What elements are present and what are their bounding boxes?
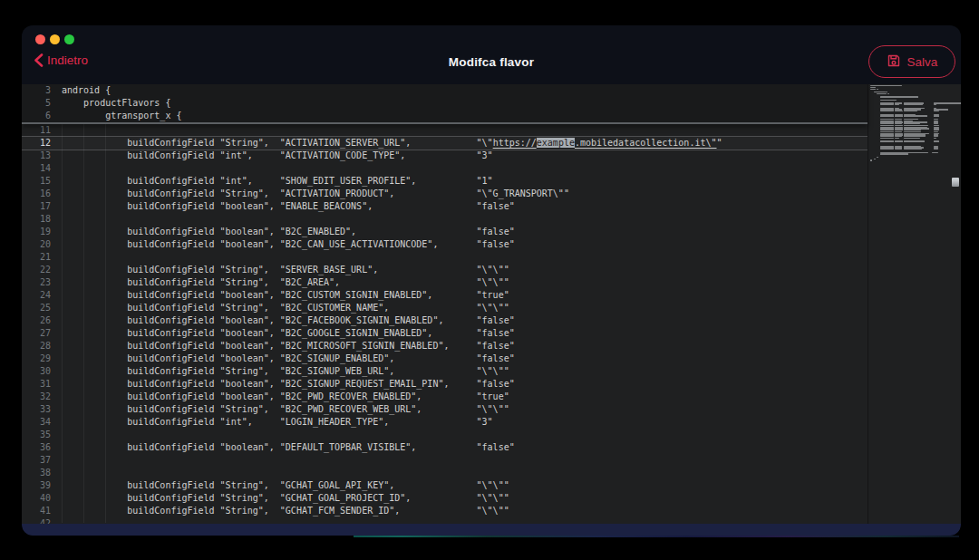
code-line[interactable]: 34 buildConfigField "int", "LOGIN_HEADER… [22,416,868,429]
minimap[interactable] [868,84,951,524]
code-text: buildConfigField "String", "ACTIVATION_S… [62,137,722,150]
code-line[interactable]: 23 buildConfigField "String", "B2C_AREA"… [22,276,868,289]
line-number: 39 [22,479,51,492]
code-line[interactable]: 37 [22,454,868,467]
code-line[interactable]: 26 buildConfigField "boolean", "B2C_FACE… [22,314,868,327]
url-link[interactable]: https:// [493,138,537,148]
code-line[interactable]: 5 productFlavors { [22,97,868,110]
code-line[interactable]: 24 buildConfigField "boolean", "B2C_CUST… [22,289,868,302]
code-line[interactable]: 32 buildConfigField "boolean", "B2C_PWD_… [22,391,868,403]
minimap-line [895,131,902,132]
code-text: buildConfigField "boolean", "B2C_GOOGLE_… [62,327,515,340]
sticky-scope-header[interactable]: 3android {5 productFlavors {6 gtransport… [22,84,868,124]
code-text: buildConfigField "String", "ACTIVATION_P… [62,188,569,200]
code-line[interactable]: 16 buildConfigField "String", "ACTIVATIO… [22,188,868,200]
code-line[interactable]: 12 buildConfigField "String", "ACTIVATIO… [22,137,868,150]
url-link[interactable]: example [537,138,575,148]
minimize-window-button[interactable] [50,34,60,44]
code-line[interactable]: 14 [22,162,868,175]
line-number: 3 [22,84,51,97]
minimap-line [895,119,902,120]
code-text: buildConfigField "boolean", "B2C_SIGNUP_… [62,378,515,391]
code-line[interactable]: 40 buildConfigField "String", "GCHAT_GOA… [22,492,868,505]
line-number: 26 [22,314,51,327]
floppy-disk-icon [887,53,901,71]
code-line[interactable]: 41 buildConfigField "String", "GCHAT_FCM… [22,505,868,517]
code-line[interactable]: 31 buildConfigField "boolean", "B2C_SIGN… [22,378,868,391]
line-number: 38 [22,467,51,479]
code-line[interactable]: 20 buildConfigField "boolean", "B2C_CAN_… [22,238,868,251]
code-line[interactable]: 11 [22,124,868,137]
window-bottom-bar [22,524,961,536]
code-line[interactable]: 21 [22,251,868,264]
code-text: buildConfigField "String", "B2C_CUSTOMER… [62,302,509,314]
minimap-line [870,89,876,90]
code-line[interactable]: 33 buildConfigField "String", "B2C_PWD_R… [22,403,868,416]
minimap-line [880,149,894,150]
minimap-line [880,153,908,154]
vertical-scrollbar[interactable] [951,84,961,524]
minimap-line [880,140,894,141]
line-number: 19 [22,226,51,238]
code-text: buildConfigField "String", "GCHAT_GOAL_A… [62,479,509,492]
code-text: buildConfigField "boolean", "B2C_CAN_USE… [62,238,515,251]
code-line[interactable]: 29 buildConfigField "boolean", "B2C_SIGN… [22,352,868,365]
code-line[interactable]: 28 buildConfigField "boolean", "B2C_MICR… [22,340,868,352]
code-line[interactable]: 27 buildConfigField "boolean", "B2C_GOOG… [22,327,868,340]
minimap-line [887,93,889,94]
line-number: 40 [22,492,51,505]
code-line[interactable]: 42 [22,517,868,524]
code-line[interactable]: 39 buildConfigField "String", "GCHAT_GOA… [22,479,868,492]
minimap-line [904,149,922,150]
code-line[interactable]: 13 buildConfigField "int", "ACTIVATION_C… [22,150,868,162]
code-text: buildConfigField "String", "B2C_AREA", "… [62,276,509,289]
code-line[interactable]: 15 buildConfigField "int", "SHOW_EDIT_US… [22,175,868,188]
line-number: 25 [22,302,51,314]
code-line[interactable]: 38 [22,467,868,479]
save-button[interactable]: Salva [868,45,955,78]
line-number: 22 [22,264,51,276]
line-number: 33 [22,403,51,416]
code-line[interactable]: 6 gtransport_x { [22,110,868,122]
minimap-line [934,140,939,141]
code-line[interactable]: 30 buildConfigField "String", "B2C_SIGNU… [22,365,868,378]
minimap-line [904,111,918,111]
minimap-line [870,87,876,88]
code-editor[interactable]: 1112 buildConfigField "String", "ACTIVAT… [22,84,961,524]
code-line[interactable]: 3android { [22,84,868,97]
url-link[interactable]: .mobiledatacollection.it\" [575,138,717,148]
minimap-line [874,159,876,159]
minimap-line [904,125,929,126]
minimap-line [895,149,902,150]
scrollbar-thumb[interactable] [952,178,959,187]
code-line[interactable]: 19 buildConfigField "boolean", "B2C_ENAB… [22,226,868,238]
save-button-label: Salva [907,55,938,69]
code-text: buildConfigField "int", "ACTIVATION_CODE… [62,150,493,162]
code-text: buildConfigField "boolean", "B2C_PWD_REC… [62,391,509,403]
minimap-line [934,119,939,120]
line-number: 27 [22,327,51,340]
minimap-line [904,140,925,141]
code-line[interactable]: 25 buildConfigField "String", "B2C_CUSTO… [22,302,868,314]
code-line[interactable]: 22 buildConfigField "String", "SERVER_BA… [22,264,868,276]
page-title: Modifca flavor [22,55,961,69]
minimap-line [934,111,939,111]
code-line[interactable]: 17 buildConfigField "boolean", "ENABLE_B… [22,200,868,213]
line-number: 12 [22,137,51,150]
code-text: buildConfigField "boolean", "B2C_FACEBOO… [62,314,515,327]
line-number: 37 [22,454,51,467]
line-number: 28 [22,340,51,352]
minimap-line [880,138,894,139]
close-window-button[interactable] [35,34,45,44]
line-number: 30 [22,365,51,378]
line-number: 32 [22,391,51,403]
zoom-window-button[interactable] [64,34,74,44]
code-line[interactable]: 35 [22,429,868,441]
code-line[interactable]: 18 [22,213,868,226]
line-number: 11 [22,124,51,137]
code-line[interactable]: 36 buildConfigField "boolean", "DEFAULT_… [22,441,868,454]
minimap-line [880,115,894,116]
minimap-line [880,125,894,126]
minimap-line [877,93,887,94]
minimap-line [904,138,920,139]
